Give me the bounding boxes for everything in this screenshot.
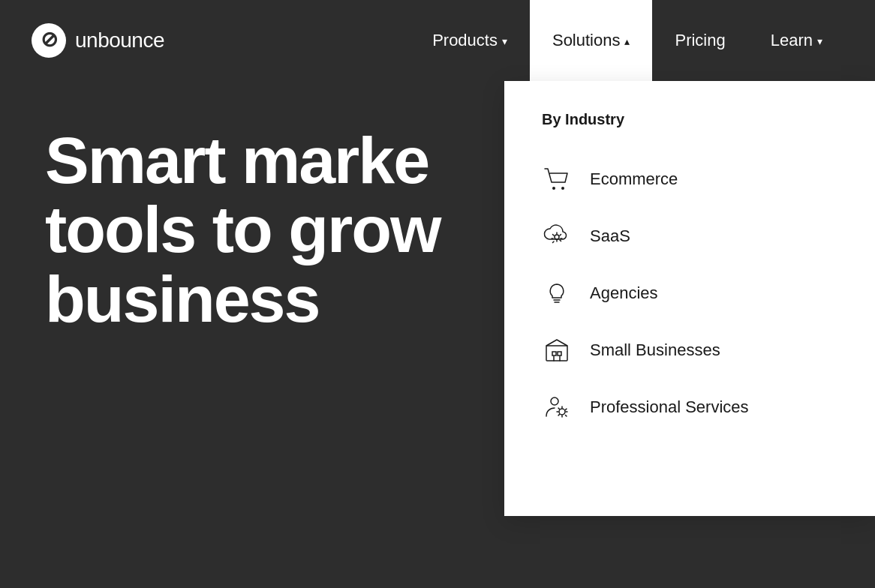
svg-rect-5 (546, 346, 567, 361)
cloud-gear-icon (542, 221, 572, 251)
svg-text:⊘: ⊘ (41, 28, 58, 51)
nav-products[interactable]: Products ▾ (410, 0, 530, 81)
navbar: ⊘ unbounce Products ▾ Solutions ▴ Pricin… (0, 0, 875, 81)
nav-products-label: Products (432, 31, 498, 50)
nav-links: Products ▾ Solutions ▴ Pricing Learn ▾ (410, 0, 845, 81)
svg-point-4 (555, 235, 559, 239)
ecommerce-label: Ecommerce (590, 170, 678, 189)
nav-pricing-label: Pricing (675, 31, 725, 50)
lightbulb-icon (542, 278, 572, 308)
nav-pricing[interactable]: Pricing (652, 0, 747, 81)
dropdown-item-saas[interactable]: SaaS (542, 208, 837, 265)
solutions-chevron-icon: ▴ (624, 35, 630, 47)
cart-icon (542, 164, 572, 194)
person-gear-icon (542, 392, 572, 422)
svg-rect-7 (558, 352, 561, 356)
dropdown-item-professional-services[interactable]: Professional Services (542, 379, 837, 436)
learn-chevron-icon: ▾ (817, 35, 822, 47)
dropdown-item-small-businesses[interactable]: Small Businesses (542, 322, 837, 379)
nav-learn[interactable]: Learn ▾ (748, 0, 845, 81)
svg-point-2 (552, 187, 555, 190)
logo-icon: ⊘ (30, 22, 68, 59)
dropdown-section-title: By Industry (542, 111, 837, 128)
small-businesses-label: Small Businesses (590, 340, 720, 360)
svg-point-8 (551, 398, 558, 405)
hero-content: Smart marketools to growbusiness (0, 81, 510, 588)
nav-solutions-label: Solutions (552, 31, 621, 50)
dropdown-item-agencies[interactable]: Agencies (542, 265, 837, 322)
agencies-label: Agencies (590, 284, 658, 303)
professional-services-label: Professional Services (590, 398, 749, 417)
logo[interactable]: ⊘ unbounce (30, 22, 164, 59)
svg-point-9 (559, 409, 565, 415)
nav-solutions[interactable]: Solutions ▴ (530, 0, 653, 81)
solutions-dropdown: By Industry Ecommerce SaaS (504, 81, 875, 516)
nav-learn-label: Learn (771, 31, 813, 50)
svg-rect-6 (552, 352, 556, 356)
svg-point-3 (561, 187, 564, 190)
saas-label: SaaS (590, 226, 630, 246)
dropdown-item-ecommerce[interactable]: Ecommerce (542, 151, 837, 208)
products-chevron-icon: ▾ (502, 35, 507, 47)
logo-text: unbounce (75, 28, 164, 52)
building-icon (542, 335, 572, 365)
hero-title: Smart marketools to growbusiness (45, 126, 440, 334)
